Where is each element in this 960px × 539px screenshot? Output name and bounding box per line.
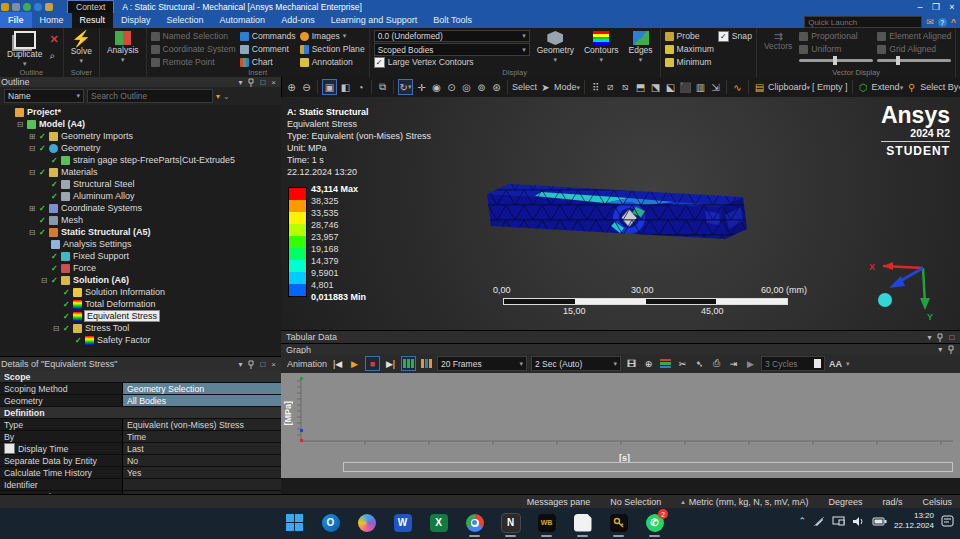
analysis-button[interactable]: Analysis▾ [104,30,142,68]
details-row[interactable]: ByTime [0,431,281,443]
copy-view-icon[interactable]: ⧉ [376,80,389,94]
snap-checkbox[interactable]: ✓Snap [718,30,752,42]
tree-item-coordinate-systems[interactable]: ⊞✓Coordinate Systems [0,202,281,214]
tree-item-total-deformation[interactable]: ✓Total Deformation [0,298,281,310]
select-element-icon[interactable]: ⬛ [679,80,692,94]
chrome-icon[interactable] [464,512,485,533]
uniform-button[interactable]: Uniform [799,43,873,55]
search-outline-input[interactable] [87,89,213,103]
notepad-icon[interactable] [572,512,593,533]
excel-icon[interactable]: X [428,512,449,533]
edges-button[interactable]: Edges▾ [625,30,655,68]
look-at-icon[interactable]: ◧ [339,80,352,94]
legend-colors-button[interactable] [659,357,672,370]
zoom-magnify-icon[interactable]: ◎ [460,80,473,94]
orientation-triad[interactable]: X Y [861,252,939,324]
details-row[interactable]: TypeEquivalent (von-Mises) Stress [0,419,281,431]
tree-item-stress-tool[interactable]: ⊟✓Stress Tool [0,322,281,334]
comment-button[interactable]: Comment [240,43,296,55]
tab-addons[interactable]: Add-ons [273,12,323,28]
expand-icon[interactable]: ⊞ [28,204,36,213]
view-sphere-icon[interactable]: ◔ [354,80,367,94]
details-row[interactable]: Calculate Time HistoryYes [0,467,281,479]
tree-item-model[interactable]: ⊟Model (A4) [0,118,281,130]
viewport[interactable]: A: Static Structural Equivalent Stress T… [281,97,960,330]
solve-button[interactable]: ⚡ Solve▾ [68,30,95,68]
scoping-select[interactable]: Scoped Bodies▾ [374,43,530,55]
graph-plot-area[interactable]: [MPa] [s] [281,373,960,478]
tree-item-force[interactable]: ✓Force [0,262,281,274]
beam-model[interactable] [479,175,765,259]
expand-icon[interactable]: ⊟ [28,144,36,153]
select-by-dropdown[interactable]: Select By▾ [920,82,960,92]
zoom-prev-icon[interactable]: ⊚ [475,80,488,94]
named-selection-button[interactable]: Named Selection [151,30,236,42]
quick-launch-input[interactable] [804,16,922,28]
tree-options-icon[interactable]: ⌄ [223,92,230,101]
chart-button[interactable]: Chart [240,56,296,68]
monitor-icon[interactable] [832,516,845,527]
tab-file[interactable]: File [0,12,32,28]
animbar-more-icon[interactable]: ▾ [846,360,850,368]
zoom-box-icon[interactable]: ◉ [430,80,443,94]
tree-item-geometry-imports[interactable]: ⊞✓Geometry Imports [0,130,281,142]
pin-icon[interactable] [937,333,943,342]
details-row[interactable]: Identifier [0,479,281,491]
temperature-units-status[interactable]: Celsius [922,497,952,507]
expand-icon[interactable]: ⊟ [40,276,48,285]
collapse-ribbon-icon[interactable]: ^ [951,17,956,27]
word-icon[interactable]: W [392,512,413,533]
goto-start-button[interactable]: |◀ [331,357,344,370]
outline-maximize-icon[interactable]: □ [260,78,265,87]
search-icon[interactable]: ⌕ [49,50,58,62]
outlook-icon[interactable]: O [320,512,341,533]
tree-item-solution-information[interactable]: ✓Solution Information [0,286,281,298]
play-button[interactable]: ▶ [348,357,361,370]
tree-item-analysis-settings[interactable]: Analysis Settings [0,238,281,250]
start-button[interactable] [284,512,305,533]
select-face-icon[interactable]: ⧅ [619,80,632,94]
select-vertex-icon[interactable]: ⠿ [589,80,602,94]
deformation-scale-select[interactable]: 0.0 (Undeformed)▾ [374,30,530,42]
expand-icon[interactable]: ⊟ [28,168,36,177]
proportional-button[interactable]: Proportional [799,30,873,42]
select-body-icon[interactable]: ⬒ [634,80,647,94]
commands-button[interactable]: Commands [240,30,296,42]
select-node-icon[interactable]: ⬔ [649,80,662,94]
save-icon[interactable] [12,3,20,11]
sphere-green-icon[interactable] [23,3,31,11]
contours-button[interactable]: Contours▾ [581,30,622,68]
outline-menu-icon[interactable]: ▾ [238,78,242,87]
cycles-input[interactable]: 3 Cycles [761,356,825,371]
tab-result[interactable]: Result [72,12,114,28]
tree-item-aluminum-alloy[interactable]: ✓Aluminum Alloy [0,190,281,202]
filter-type-select[interactable]: Name▾ [4,89,84,103]
remote-point-button[interactable]: Remote Point [151,56,236,68]
details-row[interactable]: GeometryAll Bodies [0,395,281,407]
tab-automation[interactable]: Automation [212,12,274,28]
probe-button[interactable]: Probe [665,30,714,42]
battery-icon[interactable] [872,517,887,526]
chart-trend-icon[interactable]: ∿ [731,80,744,94]
expand-icon[interactable]: ⊟ [52,324,60,333]
convert-selection-icon[interactable]: ⇲ [709,80,722,94]
tabular-data-panel-header[interactable]: Tabular Data ▾ □ × [281,330,960,343]
isometric-view-icon[interactable]: ▣ [322,79,337,95]
vectors-button[interactable]: ⇉ Vectors [761,30,795,68]
select-edge-icon[interactable]: ⧄ [604,80,617,94]
font-size-button[interactable]: AA [829,359,842,369]
expand-icon[interactable]: ⊟ [28,228,36,237]
select-element-face-icon[interactable]: ⬕ [664,80,677,94]
tab-learning[interactable]: Learning and Support [323,12,426,28]
geometry-display-button[interactable]: Geometry▾ [534,30,577,68]
stop-button[interactable]: ■ [365,356,380,371]
dynamic-legend-button[interactable]: ✂ [676,357,689,370]
expand-icon[interactable]: ⊟ [16,120,24,129]
mode-dropdown[interactable]: Mode▾ [554,82,580,92]
pin-icon[interactable] [248,78,254,87]
tree-item-project[interactable]: Project* [0,106,281,118]
delete-icon[interactable]: ✕ [49,33,58,46]
tab-bolt-tools[interactable]: Bolt Tools [425,12,480,28]
maximum-button[interactable]: Maximum [665,43,714,55]
copilot-icon[interactable] [356,512,377,533]
